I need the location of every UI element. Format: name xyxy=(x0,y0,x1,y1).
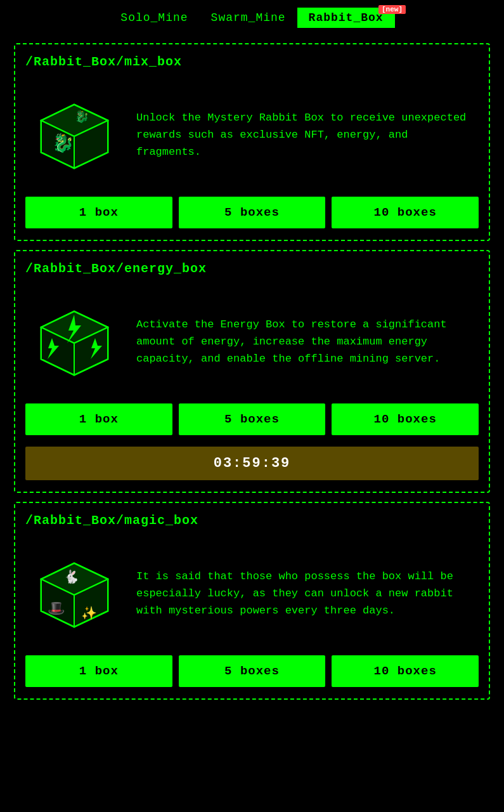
svg-text:🐇: 🐇 xyxy=(63,569,79,584)
mix-box-buttons: 1 box 5 boxes 10 boxes xyxy=(15,197,489,240)
magic-box-icon: 🐇 🎩 ✨ xyxy=(25,544,124,643)
mix-box-content: 🐉 🐉 Unlock the Mystery Rabbit Box to rec… xyxy=(15,79,489,197)
energy-box-1[interactable]: 1 box xyxy=(25,403,172,435)
mix-box-1[interactable]: 1 box xyxy=(25,197,172,228)
magic-box-content: 🐇 🎩 ✨ It is said that those who possess … xyxy=(15,538,489,655)
svg-text:🎩: 🎩 xyxy=(48,599,65,617)
mix-box-10[interactable]: 10 boxes xyxy=(332,197,479,228)
magic-box-buttons: 1 box 5 boxes 10 boxes xyxy=(15,655,489,698)
svg-text:🐉: 🐉 xyxy=(52,133,74,154)
mystery-box-icon: 🐉 🐉 xyxy=(25,86,124,184)
mix-box-section: /Rabbit_Box/mix_box 🐉 🐉 Unlock the Myste… xyxy=(14,43,490,241)
energy-box-header: /Rabbit_Box/energy_box xyxy=(15,251,489,286)
tab-bar: Solo_Mine Swarm_Mine Rabbit_Box [new] xyxy=(0,0,504,34)
energy-box-content: Activate the Energy Box to restore a sig… xyxy=(15,286,489,403)
tab-solo-mine[interactable]: Solo_Mine xyxy=(109,8,199,28)
magic-box-header: /Rabbit_Box/magic_box xyxy=(15,503,489,538)
tab-swarm-mine[interactable]: Swarm_Mine xyxy=(200,8,297,28)
new-badge: [new] xyxy=(378,5,406,14)
energy-box-5[interactable]: 5 boxes xyxy=(179,403,326,435)
mix-box-description: Unlock the Mystery Rabbit Box to receive… xyxy=(136,109,479,161)
magic-box-10[interactable]: 10 boxes xyxy=(332,655,479,687)
energy-box-buttons: 1 box 5 boxes 10 boxes xyxy=(15,403,489,447)
magic-box-section: /Rabbit_Box/magic_box 🐇 🎩 ✨ It is sai xyxy=(14,502,490,700)
magic-box-description: It is said that those who possess the bo… xyxy=(136,568,479,620)
energy-box-timer: 03:59:39 xyxy=(25,447,479,480)
energy-box-10[interactable]: 10 boxes xyxy=(332,403,479,435)
energy-box-description: Activate the Energy Box to restore a sig… xyxy=(136,316,479,368)
mix-box-5[interactable]: 5 boxes xyxy=(179,197,326,228)
magic-box-1[interactable]: 1 box xyxy=(25,655,172,687)
svg-text:🐉: 🐉 xyxy=(75,110,89,124)
magic-box-5[interactable]: 5 boxes xyxy=(179,655,326,687)
svg-text:✨: ✨ xyxy=(81,605,97,620)
mix-box-header: /Rabbit_Box/mix_box xyxy=(15,44,489,79)
energy-box-icon xyxy=(25,292,124,391)
energy-box-section: /Rabbit_Box/energy_box Activate the xyxy=(14,250,490,493)
